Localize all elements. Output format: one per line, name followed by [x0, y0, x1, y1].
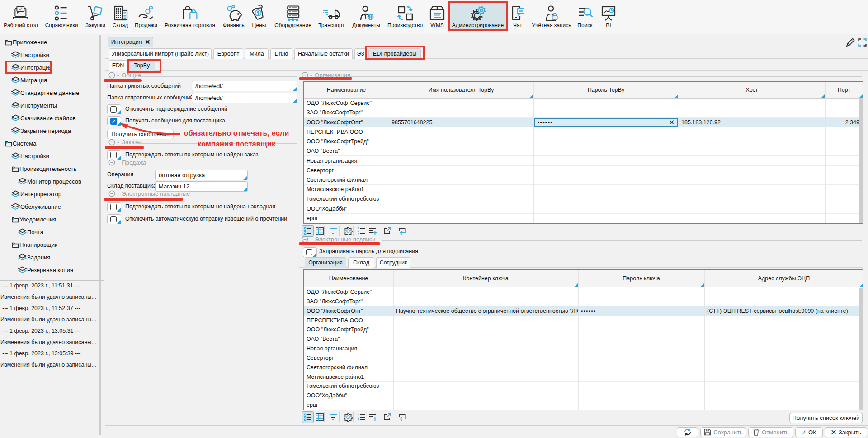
svg-text:2: 2	[358, 416, 359, 419]
svg-text:2: 2	[358, 230, 359, 233]
svg-text:3: 3	[358, 419, 359, 422]
svg-text:1: 1	[358, 413, 359, 416]
svg-text:1: 1	[358, 227, 359, 230]
svg-text:3: 3	[358, 233, 359, 235]
